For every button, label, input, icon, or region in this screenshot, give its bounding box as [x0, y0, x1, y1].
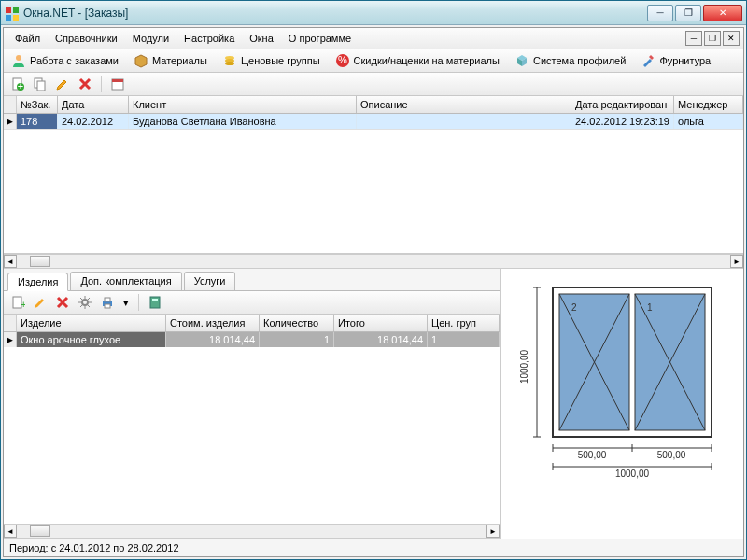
delete-product-button[interactable]: [54, 294, 71, 311]
col-manager[interactable]: Менеджер: [674, 96, 743, 113]
edit-order-button[interactable]: [54, 76, 71, 92]
mdi-close-button[interactable]: ✕: [723, 31, 740, 46]
menu-about[interactable]: О программе: [281, 30, 359, 47]
dim-half-right: 500,00: [657, 450, 686, 460]
calendar-button[interactable]: [109, 76, 126, 92]
mdi-client: Файл Справочники Модули Настройка Окна О…: [3, 27, 744, 557]
window-title: Окна.NET - [Заказы]: [23, 7, 647, 20]
scroll-thumb[interactable]: [30, 256, 50, 267]
print-product-button[interactable]: [99, 294, 116, 311]
menu-modules[interactable]: Модули: [125, 30, 176, 47]
status-period: Период: с 24.01.2012 по 28.02.2012: [9, 542, 179, 553]
svg-text:+: +: [21, 299, 25, 310]
dim-width: 1000,00: [615, 469, 650, 479]
svg-point-4: [16, 55, 21, 61]
price-groups-button[interactable]: Ценовые группы: [220, 52, 322, 69]
svg-rect-2: [6, 15, 11, 21]
cell-product: Окно арочное глухое: [17, 332, 166, 347]
col-client[interactable]: Клиент: [129, 96, 357, 113]
settings-product-button[interactable]: [77, 294, 93, 311]
products-scroll-right-icon[interactable]: ►: [486, 525, 500, 538]
app-window: Окна.NET - [Заказы] ─ ❐ ✕ Файл Справочни…: [0, 0, 747, 560]
col-edited[interactable]: Дата редактирован: [571, 96, 674, 113]
cell-edited: 24.02.2012 19:23:19: [571, 114, 674, 129]
discounts-label: Скидки/наценки на материалы: [354, 55, 500, 66]
dim-half-left: 500,00: [578, 450, 607, 460]
print-dropdown-icon[interactable]: ▾: [121, 294, 131, 311]
menu-settings[interactable]: Настройка: [176, 30, 242, 47]
products-toolbar: + ▾: [4, 291, 500, 315]
col-date[interactable]: Дата: [58, 96, 129, 113]
price-groups-label: Ценовые группы: [241, 55, 320, 66]
cell-client: Буданова Светлана Ивановна: [129, 114, 357, 129]
mdi-restore-button[interactable]: ❐: [704, 31, 721, 46]
titlebar[interactable]: Окна.NET - [Заказы] ─ ❐ ✕: [1, 1, 746, 25]
person-icon: [11, 53, 26, 68]
tab-services[interactable]: Услуги: [184, 272, 236, 290]
tab-products[interactable]: Изделия: [7, 273, 68, 291]
col-total[interactable]: Итого: [334, 315, 428, 331]
col-product[interactable]: Изделие: [17, 315, 166, 331]
products-scroll-left-icon[interactable]: ◄: [4, 525, 17, 538]
products-hscrollbar[interactable]: ◄ ►: [4, 524, 500, 539]
orders-button[interactable]: Работа с заказами: [9, 52, 120, 69]
svg-rect-1: [13, 7, 19, 13]
svg-point-19: [82, 300, 88, 305]
maximize-button[interactable]: ❐: [675, 5, 701, 21]
cell-cost: 18 014,44: [166, 332, 260, 347]
col-qty[interactable]: Количество: [260, 315, 334, 331]
new-order-button[interactable]: +: [9, 76, 26, 92]
copy-order-button[interactable]: [32, 76, 49, 92]
order-row[interactable]: ▶ 178 24.02.2012 Буданова Светлана Ивано…: [4, 114, 743, 130]
calculator-button[interactable]: [147, 294, 163, 311]
orders-hscrollbar[interactable]: ◄ ►: [4, 254, 743, 269]
cell-qty: 1: [260, 332, 334, 347]
statusbar: Период: с 24.01.2012 по 28.02.2012: [4, 539, 743, 556]
svg-rect-14: [37, 81, 45, 91]
profile-system-button[interactable]: Система профилей: [513, 52, 627, 69]
col-description[interactable]: Описание: [357, 96, 571, 113]
profile-system-label: Система профилей: [533, 55, 626, 66]
menu-windows[interactable]: Окна: [242, 30, 281, 47]
svg-text:%: %: [338, 54, 347, 65]
svg-rect-24: [152, 299, 158, 301]
discounts-button[interactable]: % Скидки/наценки на материалы: [333, 52, 501, 69]
delete-order-button[interactable]: [77, 76, 93, 92]
minimize-button[interactable]: ─: [647, 5, 673, 21]
scroll-left-icon[interactable]: ◄: [4, 255, 17, 268]
products-scroll-thumb[interactable]: [30, 525, 50, 537]
coins-icon: [222, 53, 237, 68]
window-drawing-panel: 1000,00 2 1 500,00 500,00 1000,00: [500, 269, 743, 539]
materials-button[interactable]: Материалы: [132, 52, 209, 69]
menu-file[interactable]: Файл: [7, 30, 48, 47]
detail-tabs: Изделия Доп. комплектация Услуги: [4, 269, 500, 291]
row-indicator-icon: ▶: [4, 114, 17, 129]
col-order-num[interactable]: №Зак.: [17, 96, 58, 113]
col-cost[interactable]: Стоим. изделия: [166, 315, 260, 331]
cell-pgroup: 1: [428, 332, 500, 347]
mdi-minimize-button[interactable]: ─: [685, 31, 702, 46]
close-button[interactable]: ✕: [703, 5, 742, 21]
tools-icon: [641, 53, 655, 68]
furniture-label: Фурнитура: [659, 55, 711, 66]
edit-product-button[interactable]: [32, 294, 49, 311]
tab-extras[interactable]: Доп. комплектация: [70, 272, 181, 290]
cell-order-num: 178: [17, 114, 58, 129]
dim-height: 1000,00: [519, 349, 529, 384]
add-product-button[interactable]: +: [9, 294, 26, 311]
row-indicator-header: [4, 96, 17, 113]
svg-rect-0: [6, 7, 11, 13]
svg-rect-22: [105, 304, 110, 308]
window-drawing: 1000,00 2 1 500,00 500,00 1000,00: [511, 278, 735, 483]
sash-1-label: 1: [647, 302, 653, 313]
scroll-right-icon[interactable]: ►: [730, 255, 743, 268]
orders-grid: №Зак. Дата Клиент Описание Дата редактир…: [4, 96, 743, 269]
cube-icon: [514, 53, 529, 68]
main-toolbar: Работа с заказами Материалы Ценовые груп…: [4, 49, 743, 73]
col-pgroup[interactable]: Цен. груп: [428, 315, 500, 331]
cell-manager: ольга: [674, 114, 743, 129]
menu-references[interactable]: Справочники: [48, 30, 125, 47]
furniture-button[interactable]: Фурнитура: [639, 52, 712, 69]
product-row[interactable]: ▶ Окно арочное глухое 18 014,44 1 18 014…: [4, 332, 500, 347]
svg-rect-23: [150, 297, 160, 308]
